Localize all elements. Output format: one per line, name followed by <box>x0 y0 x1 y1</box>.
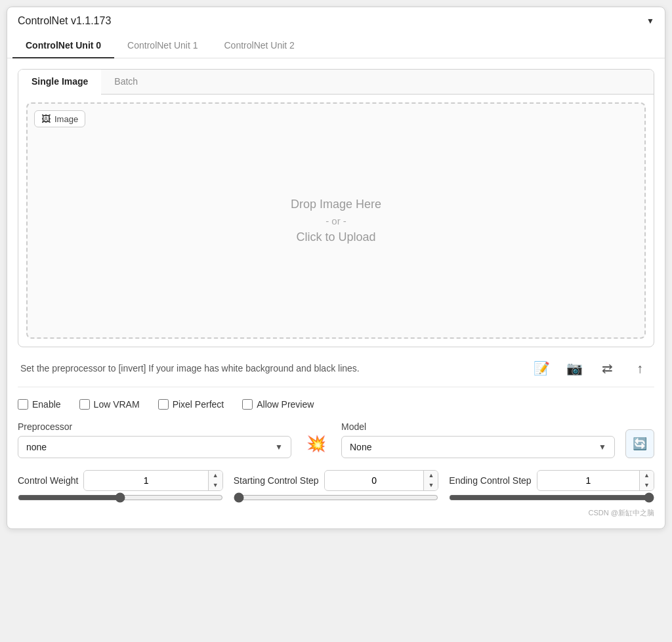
control-weight-input[interactable] <box>84 471 207 490</box>
collapse-icon[interactable]: ▼ <box>646 16 654 26</box>
refresh-button[interactable]: 🔄 <box>625 429 654 458</box>
preprocessor-value: none <box>26 442 47 452</box>
allow-preview-checkbox-item[interactable]: Allow Preview <box>242 399 314 410</box>
enable-label: Enable <box>32 399 61 410</box>
inner-tab-container: Single Image Batch 🖼 Image Drop Image He… <box>18 69 654 347</box>
ending-control-section: Ending Control Step ▲ ▼ <box>449 470 654 503</box>
control-weight-slider[interactable] <box>18 492 223 503</box>
preprocessor-label: Preprocessor <box>18 421 291 432</box>
ending-control-input[interactable] <box>537 471 639 490</box>
ending-control-arrows: ▲ ▼ <box>639 471 654 490</box>
info-text: Set the preprocessor to [invert] If your… <box>20 362 360 375</box>
control-weight-arrows: ▲ ▼ <box>208 471 222 490</box>
or-text: - or - <box>326 215 346 226</box>
divider1 <box>18 387 654 387</box>
starting-control-arrows: ▲ ▼ <box>423 471 438 490</box>
camera-icon-button[interactable]: 📷 <box>562 356 586 380</box>
starting-control-label: Starting Control Step <box>234 475 319 486</box>
low-vram-checkbox[interactable] <box>79 399 90 410</box>
tab-unit2[interactable]: ControlNet Unit 2 <box>211 33 308 58</box>
allow-preview-checkbox[interactable] <box>242 399 253 410</box>
starting-control-row: Starting Control Step ▲ ▼ <box>234 470 439 491</box>
dropdowns-row: Preprocessor none ▼ 💥 Model None ▼ 🔄 <box>18 421 654 458</box>
tab-unit1[interactable]: ControlNet Unit 1 <box>114 33 211 58</box>
image-label-button[interactable]: 🖼 Image <box>34 110 85 127</box>
enable-checkbox-item[interactable]: Enable <box>18 399 61 410</box>
click-upload-text: Click to Upload <box>296 230 375 244</box>
ending-control-slider[interactable] <box>449 492 654 503</box>
model-label: Model <box>341 421 615 432</box>
model-value: None <box>350 442 371 452</box>
swap-icon-button[interactable]: ⇄ <box>595 356 619 380</box>
ending-control-down[interactable]: ▼ <box>640 481 654 490</box>
model-select[interactable]: None ▼ <box>341 436 615 458</box>
control-weight-down[interactable]: ▼ <box>209 481 222 490</box>
pixel-perfect-checkbox[interactable] <box>158 399 169 410</box>
ending-control-row: Ending Control Step ▲ ▼ <box>449 470 654 491</box>
pixel-perfect-label: Pixel Perfect <box>173 399 224 410</box>
enable-checkbox[interactable] <box>18 399 28 410</box>
tab-batch[interactable]: Batch <box>101 70 151 95</box>
pixel-perfect-checkbox-item[interactable]: Pixel Perfect <box>158 399 224 410</box>
ending-control-spinner[interactable]: ▲ ▼ <box>537 470 654 491</box>
low-vram-checkbox-item[interactable]: Low VRAM <box>79 399 140 410</box>
tab-unit0[interactable]: ControlNet Unit 0 <box>12 33 114 58</box>
model-arrow: ▼ <box>598 442 606 452</box>
model-group: Model None ▼ <box>341 421 615 458</box>
control-weight-up[interactable]: ▲ <box>209 471 222 481</box>
preprocessor-arrow: ▼ <box>275 442 283 452</box>
panel-title: ControlNet v1.1.173 <box>18 15 111 27</box>
title-bar: ControlNet v1.1.173 ▼ <box>7 7 665 33</box>
preprocessor-select[interactable]: none ▼ <box>18 436 291 458</box>
explosion-button[interactable]: 💥 <box>302 429 331 458</box>
control-weight-section: Control Weight ▲ ▼ <box>18 470 223 503</box>
image-icon: 🖼 <box>41 114 51 124</box>
controls-row: Control Weight ▲ ▼ Starting Cont <box>18 470 654 503</box>
allow-preview-label: Allow Preview <box>257 399 314 410</box>
low-vram-label: Low VRAM <box>94 399 140 410</box>
starting-control-section: Starting Control Step ▲ ▼ <box>234 470 439 503</box>
watermark: CSDN @新缸中之脑 <box>18 503 654 518</box>
ending-control-label: Ending Control Step <box>449 475 531 486</box>
control-weight-label: Control Weight <box>18 475 78 486</box>
icon-group: 📝 📷 ⇄ ↑ <box>530 356 652 380</box>
drop-text: Drop Image Here <box>291 198 381 211</box>
content-area: Single Image Batch 🖼 Image Drop Image He… <box>7 58 665 528</box>
control-weight-spinner[interactable]: ▲ ▼ <box>83 470 222 491</box>
starting-control-slider-row <box>234 492 439 503</box>
starting-control-down[interactable]: ▼ <box>424 481 438 490</box>
info-row: Set the preprocessor to [invert] If your… <box>18 356 654 380</box>
control-weight-slider-row <box>18 492 223 503</box>
tab-single-image[interactable]: Single Image <box>18 70 101 95</box>
starting-control-up[interactable]: ▲ <box>424 471 438 481</box>
upload-icon-button[interactable]: ↑ <box>628 356 652 380</box>
upload-dropzone[interactable]: 🖼 Image Drop Image Here - or - Click to … <box>26 102 646 339</box>
starting-control-spinner[interactable]: ▲ ▼ <box>324 470 439 491</box>
preprocessor-group: Preprocessor none ▼ <box>18 421 291 458</box>
ending-control-slider-row <box>449 492 654 503</box>
checkbox-row: Enable Low VRAM Pixel Perfect Allow Prev… <box>18 399 654 410</box>
image-label-text: Image <box>54 114 78 124</box>
inner-tabs: Single Image Batch <box>18 70 654 95</box>
controlnet-panel: ControlNet v1.1.173 ▼ ControlNet Unit 0 … <box>7 7 665 529</box>
edit-icon-button[interactable]: 📝 <box>530 356 553 380</box>
unit-tabs: ControlNet Unit 0 ControlNet Unit 1 Cont… <box>7 33 665 58</box>
starting-control-input[interactable] <box>325 471 424 490</box>
ending-control-up[interactable]: ▲ <box>640 471 654 481</box>
starting-control-slider[interactable] <box>234 492 439 503</box>
control-weight-row: Control Weight ▲ ▼ <box>18 470 223 491</box>
